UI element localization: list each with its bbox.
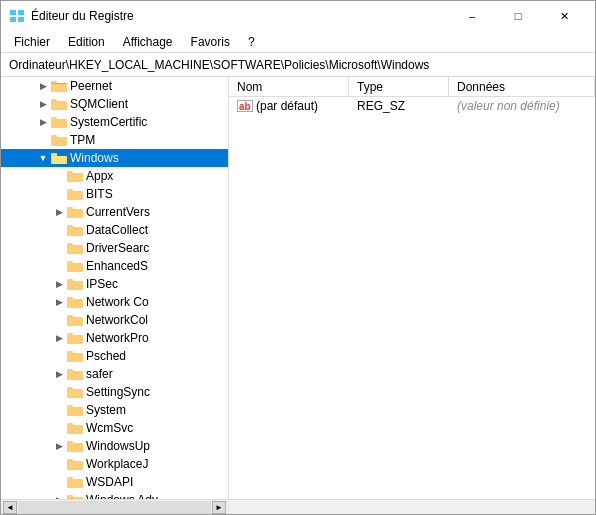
tree-item-windowsadv[interactable]: ▶ Windows Adv: [1, 491, 228, 499]
tree-item-systemcertific[interactable]: ▶ SystemCertific: [1, 113, 228, 131]
scroll-right-btn[interactable]: ►: [212, 501, 226, 514]
minimize-button[interactable]: –: [449, 1, 495, 31]
menu-favoris[interactable]: Favoris: [182, 32, 239, 52]
table-body[interactable]: ab (par défaut) REG_SZ (valeur non défin…: [229, 97, 595, 499]
tree-content[interactable]: ▶ Peernet ▶: [1, 77, 228, 499]
folder-icon: [67, 439, 83, 453]
tree-item-datacollect[interactable]: ▶ DataCollect: [1, 221, 228, 239]
svg-rect-40: [67, 369, 73, 372]
tree-label: NetworkCol: [86, 313, 148, 327]
svg-rect-23: [67, 227, 83, 236]
tree-label: NetworkPro: [86, 331, 149, 345]
menu-help[interactable]: ?: [239, 32, 264, 52]
tree-item-settingsync[interactable]: ▶ SettingSync: [1, 383, 228, 401]
tree-label: DataCollect: [86, 223, 148, 237]
expand-icon: ▶: [51, 330, 67, 346]
tree-label: SystemCertific: [70, 115, 147, 129]
tree-item-appx[interactable]: ▶ Appx: [1, 167, 228, 185]
svg-rect-29: [67, 281, 83, 290]
menu-fichier[interactable]: Fichier: [5, 32, 59, 52]
col-header-type: Type: [349, 77, 449, 96]
col-header-nom: Nom: [229, 77, 349, 96]
svg-rect-41: [67, 389, 83, 398]
svg-rect-54: [67, 495, 73, 498]
expand-icon: ▶: [51, 204, 67, 220]
svg-rect-42: [67, 387, 73, 390]
cell-type: REG_SZ: [349, 97, 449, 115]
svg-rect-26: [67, 243, 73, 246]
svg-marker-15: [51, 156, 67, 164]
tree-label: CurrentVers: [86, 205, 150, 219]
folder-icon: [67, 457, 83, 471]
tree-item-enhanceds[interactable]: ▶ EnhancedS: [1, 257, 228, 275]
table-row[interactable]: ab (par défaut) REG_SZ (valeur non défin…: [229, 97, 595, 115]
tree-item-sqmclient[interactable]: ▶ SQMClient: [1, 95, 228, 113]
menu-bar: Fichier Edition Affichage Favoris ?: [1, 31, 595, 53]
svg-rect-34: [67, 315, 73, 318]
svg-rect-27: [67, 263, 83, 272]
expand-icon: ▶: [35, 78, 51, 94]
tree-item-safer[interactable]: ▶ safer: [1, 365, 228, 383]
svg-rect-3: [18, 17, 24, 22]
tree-item-wcmsvc[interactable]: ▶ WcmSvc: [1, 419, 228, 437]
tree-item-tpm[interactable]: ▶ TPM: [1, 131, 228, 149]
window-title: Éditeur du Registre: [31, 9, 449, 23]
tree-label: WSDAPI: [86, 475, 133, 489]
tree-label: SQMClient: [70, 97, 128, 111]
svg-rect-48: [67, 441, 73, 444]
tree-label: TPM: [70, 133, 95, 147]
col-type-label: Type: [357, 80, 383, 94]
scroll-left-btn[interactable]: ◄: [3, 501, 17, 514]
tree-item-workplacej[interactable]: ▶ WorkplaceJ: [1, 455, 228, 473]
tree-label: Psched: [86, 349, 126, 363]
tree-item-networkcol[interactable]: ▶ NetworkCol: [1, 311, 228, 329]
folder-icon: [67, 313, 83, 327]
svg-rect-44: [67, 405, 73, 408]
tree-item-system[interactable]: ▶ System: [1, 401, 228, 419]
expand-icon: ▶: [51, 438, 67, 454]
tree-item-currentvers[interactable]: ▶ CurrentVers: [1, 203, 228, 221]
maximize-button[interactable]: □: [495, 1, 541, 31]
svg-rect-24: [67, 225, 73, 228]
svg-rect-8: [51, 99, 57, 102]
cell-name: ab (par défaut): [229, 97, 349, 115]
tree-item-psched[interactable]: ▶ Psched: [1, 347, 228, 365]
tree-item-peernet[interactable]: ▶ Peernet: [1, 77, 228, 95]
tree-label: WcmSvc: [86, 421, 133, 435]
tree-item-driversearc[interactable]: ▶ DriverSearc: [1, 239, 228, 257]
main-content: ▶ Peernet ▶: [1, 77, 595, 499]
tree-item-windowsup[interactable]: ▶ WindowsUp: [1, 437, 228, 455]
tree-item-network-co[interactable]: ▶ Network Co: [1, 293, 228, 311]
tree-label: DriverSearc: [86, 241, 149, 255]
right-hscroll: [229, 500, 595, 514]
col-header-donnees: Données: [449, 77, 595, 96]
svg-rect-1: [18, 10, 24, 15]
tree-label: Peernet: [70, 79, 112, 93]
svg-rect-49: [67, 461, 83, 470]
tree-item-wsdapi[interactable]: ▶ WSDAPI: [1, 473, 228, 491]
menu-edition[interactable]: Edition: [59, 32, 114, 52]
svg-rect-17: [67, 173, 83, 182]
tree-item-ipsec[interactable]: ▶ IPSec: [1, 275, 228, 293]
svg-rect-10: [51, 117, 57, 120]
menu-affichage[interactable]: Affichage: [114, 32, 182, 52]
tree-item-networkpro[interactable]: ▶ NetworkPro: [1, 329, 228, 347]
tree-label: Appx: [86, 169, 113, 183]
tree-item-bits[interactable]: ▶ BITS: [1, 185, 228, 203]
title-bar: Éditeur du Registre – □ ✕: [1, 1, 595, 31]
folder-icon: [67, 169, 83, 183]
tree-item-windows[interactable]: ▼ Windows: [1, 149, 228, 167]
expand-icon: ▶: [51, 366, 67, 382]
address-bar: Ordinateur\HKEY_LOCAL_MACHINE\SOFTWARE\P…: [1, 53, 595, 77]
reg-value-icon: ab: [237, 100, 253, 112]
close-button[interactable]: ✕: [541, 1, 587, 31]
folder-icon: [51, 97, 67, 111]
svg-rect-31: [67, 299, 83, 308]
svg-rect-18: [67, 171, 73, 174]
folder-icon: [67, 259, 83, 273]
folder-icon: [67, 475, 83, 489]
svg-rect-52: [67, 477, 73, 480]
folder-icon: [67, 367, 83, 381]
expand-icon: ▶: [51, 492, 67, 499]
svg-rect-28: [67, 261, 73, 264]
